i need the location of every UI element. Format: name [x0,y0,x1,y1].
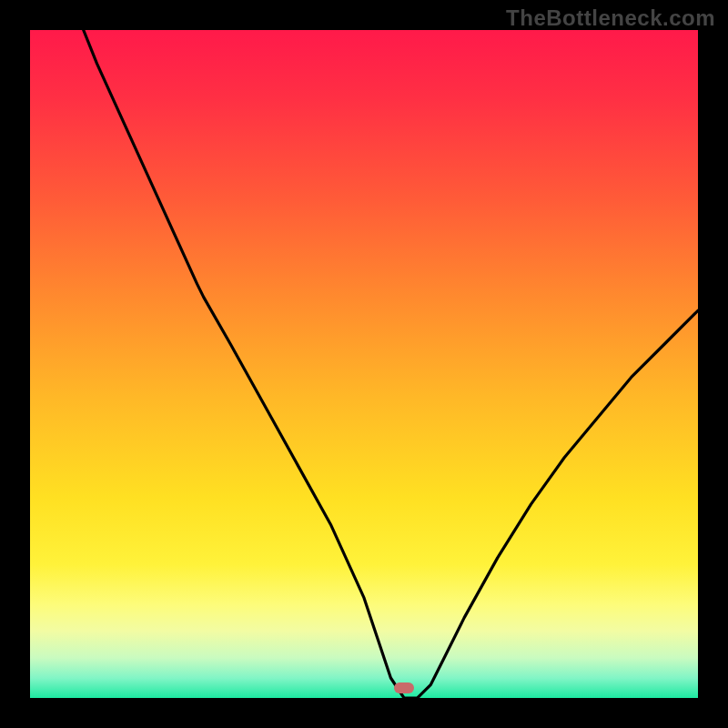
chart-container: TheBottleneck.com [0,0,728,728]
watermark-text: TheBottleneck.com [506,5,715,31]
gradient-background [30,30,698,698]
optimal-point-marker [394,682,414,693]
plot-area [30,30,698,698]
svg-rect-0 [30,30,698,698]
